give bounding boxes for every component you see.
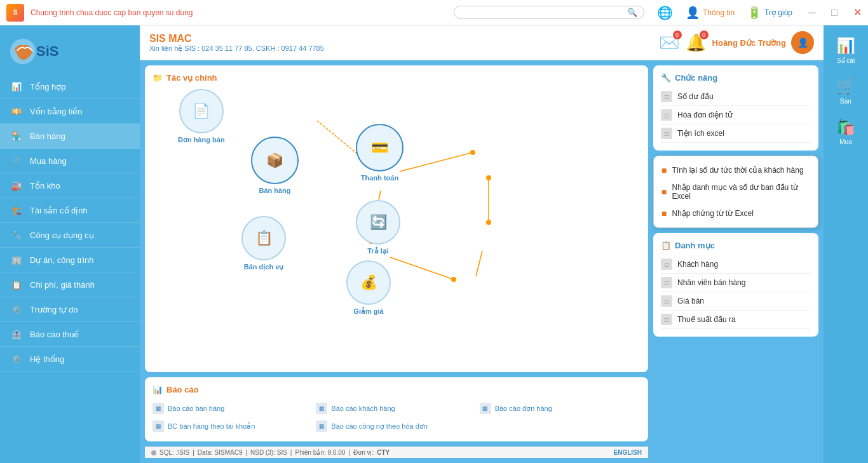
maximize-button[interactable]: □ (831, 7, 837, 18)
notification-icon[interactable]: 🔔 0 (686, 33, 706, 53)
titlebar-actions: 🌐 👤 Thông tin 🔋 Trợ giúp ─ □ ✕ (657, 5, 862, 20)
hoa-don-icon: □ (661, 109, 672, 121)
excel-icon: □ (661, 128, 672, 139)
user-name: Hoàng Đức Trường (712, 38, 786, 48)
cost-icon: 📋 (10, 278, 24, 292)
search-icon[interactable]: 🔍 (627, 8, 637, 17)
panels-row: 📁 Tác vụ chính (140, 60, 824, 463)
shop-icon: 🏪 (10, 129, 24, 143)
submenu-item-nhap-chung-tu[interactable]: ■ Nhập chứng từ từ Excel (654, 205, 818, 222)
khach-hang-icon: □ (661, 258, 672, 270)
bullet-icon-3: ■ (661, 208, 667, 218)
search-input[interactable] (461, 8, 627, 17)
sis-mac-contact: Xin liên hệ SIS : 024 35 11 77 85, CSKH … (149, 44, 324, 53)
main-layout: SiS 📊 Tổng hợp 💴 Vốn bằng tiền 🏪 Bán hàn… (0, 25, 868, 463)
bao-cao-item-tai-khoan[interactable]: ▦ BC bán hàng theo tài khoản (153, 419, 313, 434)
svg-point-11 (486, 220, 491, 225)
tac-vu-chinh-title: 📁 Tác vụ chính (153, 73, 641, 83)
sidebar-item-tai-san-co-dinh[interactable]: 🏗️ Tài sản cố định (0, 198, 140, 223)
submenu-item-nhap-danh-muc[interactable]: ■ Nhập danh mục và số dư ban đầu từ Exce… (654, 179, 818, 205)
bc-ban-hang-icon: ▦ (153, 403, 164, 414)
mail-badge: 0 (673, 30, 682, 39)
sidebar-item-he-thong[interactable]: ⚙️ Hệ thống (0, 347, 140, 372)
bao-cao-panel: 📊 Báo cáo ▦ Báo cáo bán hàng ▦ Báo cáo k… (145, 377, 648, 441)
right-panel: 🔧 Chức năng □ Số dư đầu □ Hóa đơn điện t… (653, 65, 818, 458)
right-sidebar: 📊 Sổ cái 🛒 Bán 🛍️ Mua (824, 25, 868, 463)
sidebar-item-mua-hang[interactable]: 🛒 Mua hàng (0, 149, 140, 173)
flow-node-tra-lai[interactable]: 🔄 Trả lại (356, 200, 400, 255)
bullet-icon-1: ■ (661, 165, 667, 175)
sidebar-item-tong-hop[interactable]: 📊 Tổng hợp (0, 74, 140, 99)
status-dot (151, 450, 156, 455)
svg-point-12 (451, 277, 456, 282)
field-icon: ⚙️ (10, 302, 24, 316)
menu-item-thue-suat-dau-ra[interactable]: □ Thuế suất đầu ra (661, 311, 811, 329)
thong-tin-button[interactable]: 👤 Thông tin (686, 6, 735, 20)
flow-node-don-hang[interactable]: 📄 Đơn hàng bán (178, 89, 225, 144)
rs-item-so-cai[interactable]: 📊 Sổ cái (824, 32, 868, 69)
status-bar: SQL: .\SIS | Data: SISMAC9 | NSD (3): SI… (145, 446, 648, 458)
user-info[interactable]: Hoàng Đức Trường 👤 (712, 31, 814, 54)
warehouse-icon: 🏭 (10, 178, 24, 192)
svg-line-2 (400, 152, 473, 171)
svg-line-6 (390, 257, 454, 279)
bao-cao-item-khach-hang[interactable]: ▦ Báo cáo khách hàng (316, 401, 477, 416)
so-cai-icon: 📊 (836, 37, 855, 55)
flow-node-giam-gia[interactable]: 💰 Giảm giá (346, 260, 391, 316)
don-hang-label: Đơn hàng bán (178, 136, 225, 144)
minimize-button[interactable]: ─ (808, 7, 815, 18)
sis-logo-text: SiS (36, 43, 58, 60)
menu-item-so-du-dau[interactable]: □ Số dư đầu (661, 88, 811, 106)
close-button[interactable]: ✕ (853, 6, 862, 18)
bao-cao-item-ban-hang[interactable]: ▦ Báo cáo bán hàng (153, 401, 313, 416)
sidebar-item-cong-cu-dung-cu[interactable]: 🔧 Công cụ dụng cụ (0, 223, 140, 248)
menu-item-tien-ich-excel[interactable]: □ Tiện ích excel (661, 124, 811, 143)
top-panel-icons: ✉️ 0 🔔 0 Hoàng Đức Trường 👤 (659, 31, 814, 54)
sidebar-item-bao-cao-thue[interactable]: 🏦 Báo cáo thuế (0, 322, 140, 347)
tac-vu-chinh-panel: 📁 Tác vụ chính (145, 65, 648, 372)
money-icon: 💴 (10, 104, 24, 118)
language-button[interactable]: ENGLISH (614, 449, 642, 456)
mail-icon[interactable]: ✉️ 0 (659, 33, 679, 53)
sidebar-item-du-an-cong-trinh[interactable]: 🏢 Dự án, công trình (0, 248, 140, 272)
nhan-vien-icon: □ (661, 277, 672, 288)
flow-node-ban-dich-vu[interactable]: 📋 Bán dịch vụ (241, 216, 286, 271)
tro-giup-button[interactable]: 🔋 Trợ giúp (747, 6, 792, 20)
rs-item-mua[interactable]: 🛍️ Mua (824, 113, 868, 151)
don-hang-circle: 📄 (179, 89, 224, 133)
menu-item-nhan-vien-ban-hang[interactable]: □ Nhân viên bán hàng (661, 274, 811, 292)
sidebar-item-von-bang-tien[interactable]: 💴 Vốn bằng tiền (0, 99, 140, 124)
sidebar-item-ban-hang[interactable]: 🏪 Bán hàng (0, 124, 140, 149)
ban-dich-vu-circle: 📋 (241, 216, 286, 260)
flow-node-thanh-toan[interactable]: 💳 Thanh toán (356, 124, 403, 182)
ban-sidebar-icon: 🛒 (836, 77, 855, 95)
bc-don-hang-icon: ▦ (480, 403, 491, 414)
flow-node-ban-hang[interactable]: 📦 Bán hàng (251, 137, 299, 194)
sis-logo: SiS (0, 32, 140, 74)
sidebar-item-ton-kho[interactable]: 🏭 Tồn kho (0, 173, 140, 198)
titlebar: S Chuong trinh chua duoc cap ban quyen s… (0, 0, 868, 25)
top-panel: SIS MAC Xin liên hệ SIS : 024 35 11 77 8… (140, 25, 824, 60)
globe-icon[interactable]: 🌐 (657, 5, 673, 20)
sis-mac-info: SIS MAC Xin liên hệ SIS : 024 35 11 77 8… (149, 33, 324, 53)
menu-item-gia-ban[interactable]: □ Giá bán (661, 292, 811, 311)
danh-muc-icon: 📋 (661, 241, 671, 250)
rs-item-ban[interactable]: 🛒 Bán (824, 72, 868, 110)
avatar: 👤 (791, 31, 814, 54)
tax-icon: 🏦 (10, 327, 24, 341)
submenu-item-tinh-lai-so-du[interactable]: ■ Tính lại số dư tức thời của khách hàng (654, 161, 818, 179)
search-box[interactable]: 🔍 (454, 6, 644, 19)
bao-cao-item-cong-no[interactable]: ▦ Báo cáo công nợ theo hóa đơn (316, 419, 477, 434)
thanh-toan-circle: 💳 (356, 124, 403, 171)
menu-item-hoa-don-dien-tu[interactable]: □ Hóa đơn điện tử (661, 106, 811, 124)
cart-icon: 🛒 (10, 154, 24, 168)
gia-ban-icon: □ (661, 295, 672, 307)
sidebar-item-truong-tu-do[interactable]: ⚙️ Trường tự do (0, 297, 140, 322)
menu-item-khach-hang[interactable]: □ Khách hàng (661, 255, 811, 274)
bao-cao-grid: ▦ Báo cáo bán hàng ▦ Báo cáo khách hàng … (153, 401, 641, 434)
bao-cao-item-don-hang[interactable]: ▦ Báo cáo đơn hàng (480, 401, 641, 416)
sidebar-item-chi-phi-gia-thanh[interactable]: 📋 Chi phí, giá thành (0, 272, 140, 297)
danh-muc-panel: 📋 Danh mục □ Khách hàng □ Nhân viên bán … (653, 233, 818, 337)
bao-cao-icon: 📊 (153, 385, 163, 394)
project-icon: 🏢 (10, 253, 24, 267)
